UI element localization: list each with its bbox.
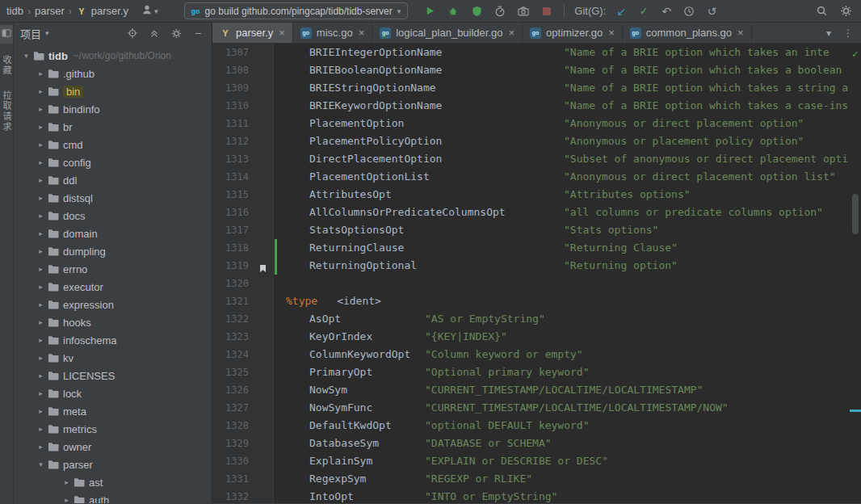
stripe-button-pull-requests[interactable]: 拉取请求 [0, 87, 13, 136]
tree-item-config[interactable]: ▸config [14, 153, 212, 171]
code-line[interactable]: 1322AsOpt"AS or EmptyString" [212, 310, 861, 328]
code-line[interactable]: 1326NowSym"CURRENT_TIMESTAMP/LOCALTIME/L… [212, 381, 861, 399]
chevron-right-icon[interactable]: ▸ [61, 478, 73, 486]
code-line[interactable]: 1309BRIEStringOptionName"Name of a BRIE … [212, 79, 861, 97]
breadcrumb-project[interactable]: tidb [6, 5, 23, 17]
code-line[interactable]: 1327NowSymFunc"CURRENT_TIMESTAMP/LOCALTI… [212, 399, 861, 417]
tree-item-owner[interactable]: ▸owner [14, 438, 212, 456]
run-config-select[interactable]: go go build github.com/pingcap/tidb/tidb… [184, 2, 409, 19]
stripe-button-favorites[interactable]: 收藏 [0, 52, 13, 79]
chevron-down-icon[interactable]: ▾ [45, 29, 49, 37]
capture-snapshot-button[interactable] [516, 3, 531, 19]
chevron-right-icon[interactable]: ▸ [35, 300, 47, 309]
run-button[interactable] [422, 3, 437, 19]
tab-parser.y[interactable]: Yparser.y× [212, 23, 293, 43]
tree-item-bindinfo[interactable]: ▸bindinfo [14, 100, 212, 118]
tree-item-expression[interactable]: ▸expression [14, 296, 212, 313]
tree-item-lock[interactable]: ▸lock [14, 384, 212, 402]
close-tab-icon[interactable]: × [359, 27, 365, 39]
chevron-right-icon[interactable]: ▸ [35, 69, 47, 78]
code-line[interactable]: 1330ExplainSym"EXPLAIN or DESCRIBE or DE… [212, 452, 861, 470]
code-line[interactable]: 1329DatabaseSym"DATABASE or SCHEMA" [212, 435, 861, 452]
code-line[interactable]: 1321%type<ident> [212, 292, 861, 310]
tree-item-ddl[interactable]: ▸ddl [14, 171, 212, 189]
tree-item-docs[interactable]: ▸docs [14, 207, 212, 225]
chevron-right-icon[interactable]: ▸ [35, 354, 47, 362]
code-line[interactable]: 1328DefaultKwdOpt"optional DEFAULT keywo… [212, 417, 861, 435]
tab-optimizer.go[interactable]: gooptimizer.go× [523, 23, 623, 43]
tree-item-executor[interactable]: ▸executor [14, 278, 212, 296]
code-line[interactable]: 1320 [212, 275, 861, 292]
chevron-right-icon[interactable]: ▸ [61, 496, 73, 503]
chevron-right-icon[interactable]: ▸ [35, 105, 47, 113]
chevron-down-icon[interactable]: ▾ [35, 460, 47, 468]
tree-item-infoschema[interactable]: ▸infoschema [14, 331, 212, 349]
tree-item-LICENSES[interactable]: ▸LICENSES [14, 367, 212, 384]
code-line[interactable]: 1312PlacementPolicyOption"Anonymous or p… [212, 132, 861, 150]
code-line[interactable]: 1319ReturningOptional"Returning option" [212, 257, 861, 275]
breadcrumb-folder[interactable]: parser [35, 5, 65, 17]
chevron-right-icon[interactable]: ▸ [35, 176, 47, 184]
tab-logical_plan_builder.go[interactable]: gological_plan_builder.go× [372, 23, 523, 43]
code-line[interactable]: 1311PlacementOption"Anonymous or direct … [212, 115, 861, 132]
chevron-right-icon[interactable]: ▸ [35, 141, 47, 149]
stop-button[interactable] [540, 3, 554, 19]
chevron-right-icon[interactable]: ▸ [35, 336, 47, 344]
close-tab-icon[interactable]: × [737, 27, 744, 39]
project-panel-title[interactable]: 项目 [20, 26, 41, 41]
chevron-down-icon[interactable]: ▾ [20, 52, 32, 60]
breadcrumb-file[interactable]: parser.y [91, 5, 128, 17]
error-stripe[interactable]: ✓ [850, 44, 861, 503]
locate-file-icon[interactable] [125, 25, 140, 41]
chevron-right-icon[interactable]: ▸ [35, 123, 47, 131]
close-tab-icon[interactable]: × [608, 27, 615, 39]
update-project-icon[interactable]: ↙ [614, 3, 628, 19]
hide-panel-icon[interactable]: − [191, 25, 205, 41]
chevron-right-icon[interactable]: ▸ [35, 425, 47, 433]
inspections-ok-icon[interactable]: ✓ [851, 48, 859, 60]
debug-button[interactable] [446, 3, 460, 19]
close-tab-icon[interactable]: × [279, 27, 285, 39]
tree-item-tidb[interactable]: ▾tidb~/work/go/github/Orion [14, 47, 212, 65]
chevron-right-icon[interactable]: ▸ [35, 229, 47, 237]
tab-options-kebab-icon[interactable]: ⋮ [840, 27, 856, 39]
code-editor[interactable]: 1307BRIEIntegerOptionName"Name of a BRIE… [212, 44, 861, 503]
run-with-coverage-button[interactable] [469, 3, 484, 19]
code-line[interactable]: 1324ColumnKeywordOpt"Column keyword or e… [212, 346, 861, 363]
chevron-right-icon[interactable]: ▸ [35, 87, 47, 95]
tab-misc.go[interactable]: gomisc.go× [293, 23, 372, 43]
code-line[interactable]: 1308BRIEBooleanOptionName"Name of a BRIE… [212, 61, 861, 79]
tree-item-meta[interactable]: ▸meta [14, 402, 212, 420]
tree-item-domain[interactable]: ▸domain [14, 225, 212, 242]
chevron-right-icon[interactable]: ▸ [35, 247, 47, 255]
close-tab-icon[interactable]: × [509, 27, 515, 39]
tree-item-metrics[interactable]: ▸metrics [14, 420, 212, 438]
code-line[interactable]: 1323KeyOrIndex"{KEY|INDEX}" [212, 328, 861, 346]
tree-item-br[interactable]: ▸br [14, 118, 212, 136]
code-line[interactable]: 1331RegexpSym"REGEXP or RLIKE" [212, 470, 861, 488]
rollback-icon[interactable]: ↶ [659, 3, 674, 19]
code-line[interactable]: 1310BRIEKeywordOptionName"Name of a BRIE… [212, 97, 861, 115]
scrollbar-thumb[interactable] [852, 194, 859, 234]
tree-item-bin[interactable]: ▸bin [14, 82, 212, 100]
chevron-right-icon[interactable]: ▸ [35, 283, 47, 291]
user-account-button[interactable]: ▾ [141, 4, 158, 18]
code-line[interactable]: 1314PlacementOptionList"Anonymous or dir… [212, 168, 861, 186]
code-line[interactable]: 1307BRIEIntegerOptionName"Name of a BRIE… [212, 44, 861, 61]
code-line[interactable]: 1318ReturningClause"Returning Clause" [212, 239, 861, 257]
code-line[interactable]: 1332IntoOpt"INTO or EmptyString" [212, 488, 861, 503]
tree-item-dumpling[interactable]: ▸dumpling [14, 242, 212, 260]
code-line[interactable]: 1317StatsOptionsOpt"Stats options" [212, 221, 861, 239]
tree-item-parser[interactable]: ▾parser [14, 456, 212, 473]
tree-item-cmd[interactable]: ▸cmd [14, 136, 212, 153]
chevron-right-icon[interactable]: ▸ [35, 407, 47, 415]
chevron-right-icon[interactable]: ▸ [35, 389, 47, 397]
profiler-button[interactable] [493, 3, 507, 19]
code-line[interactable]: 1325PrimaryOpt"Optional primary keyword" [212, 363, 861, 381]
tree-item-distsql[interactable]: ▸distsql [14, 189, 212, 207]
code-line[interactable]: 1313DirectPlacementOption"Subset of anon… [212, 150, 861, 168]
code-line[interactable]: 1316AllColumnsOrPredicateColumnsOpt"all … [212, 204, 861, 221]
hidden-tabs-chevron-icon[interactable]: ▾ [821, 27, 837, 39]
git-branch-label[interactable]: Git(G): [574, 5, 606, 17]
undo-icon[interactable]: ↺ [704, 3, 719, 19]
